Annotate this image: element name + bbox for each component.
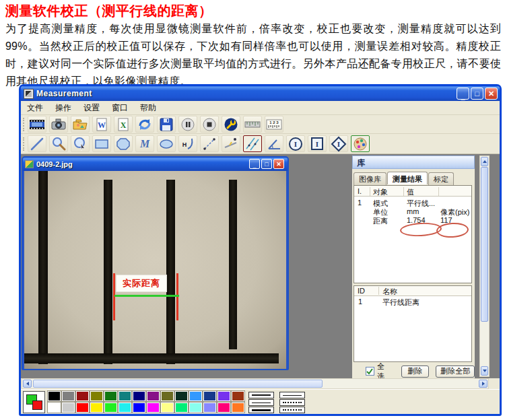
color-palette-tool-button[interactable] [351, 135, 370, 152]
line-style-solid-button[interactable] [279, 392, 305, 398]
scroll-up-button[interactable] [481, 157, 488, 166]
color-swatch[interactable] [161, 391, 174, 401]
vertical-scrollbar[interactable] [479, 155, 490, 377]
export-word-button[interactable]: W [92, 116, 111, 133]
color-swatch[interactable] [147, 391, 160, 401]
video-film-button[interactable] [28, 116, 46, 133]
menu-help[interactable]: 帮助 [134, 101, 162, 115]
ruler-button[interactable] [243, 116, 262, 133]
color-swatch[interactable] [189, 403, 202, 413]
color-swatch[interactable] [62, 403, 75, 413]
angle-tool-button[interactable] [265, 135, 283, 152]
tab-measure-results[interactable]: 测量结果 [387, 172, 428, 184]
color-swatch[interactable] [90, 403, 103, 413]
minimize-button[interactable]: _ [457, 88, 469, 100]
horizontal-scroll-thumb[interactable] [33, 380, 323, 388]
tab-calibration[interactable]: 标定 [428, 172, 454, 185]
color-swatch[interactable] [232, 391, 244, 401]
parallel-lines-tool-button[interactable] [243, 135, 262, 152]
color-swatch[interactable] [175, 391, 188, 401]
toolbar-grip[interactable] [23, 118, 25, 131]
rectangle-tool-button[interactable] [92, 135, 111, 152]
square-measure-tool-button[interactable]: I [308, 135, 327, 152]
scale-123-button[interactable]: 1 2 3 [265, 116, 283, 133]
diamond-measure-tool-button[interactable]: I [329, 135, 348, 152]
horizontal-scrollbar[interactable] [22, 378, 489, 389]
table-row[interactable]: 1 平行线距离 [354, 298, 471, 307]
image-minimize-button[interactable]: _ [249, 159, 260, 169]
app-titlebar[interactable]: Measurement _ □ ✕ [21, 86, 500, 101]
color-swatch[interactable] [104, 403, 117, 413]
scroll-right-button[interactable] [479, 380, 487, 388]
open-image-button[interactable] [71, 116, 90, 133]
color-swatch[interactable] [203, 391, 216, 401]
result-table[interactable]: I. 对象 值 1 模式 平行线... 单位 mm 像素(pix) [354, 185, 472, 283]
color-swatch[interactable] [90, 391, 103, 401]
parallel-lines-icon [244, 136, 261, 152]
color-swatch[interactable] [133, 403, 145, 413]
stop-button[interactable] [200, 116, 219, 133]
color-swatch[interactable] [217, 391, 230, 401]
maximize-button[interactable]: □ [471, 88, 483, 100]
line-width-thin-button[interactable] [248, 399, 274, 406]
export-excel-button[interactable]: X [114, 116, 133, 133]
camera-capture-button[interactable] [49, 116, 68, 133]
name-table[interactable]: ID 名称 1 平行线距离 [354, 285, 472, 362]
circle-diameter-tool-button[interactable]: I [286, 135, 305, 152]
curve-tool-button[interactable]: M [135, 135, 154, 152]
color-swatch[interactable] [232, 403, 244, 413]
close-button[interactable]: ✕ [485, 88, 498, 100]
color-swatch[interactable] [48, 403, 61, 413]
refresh-button[interactable] [135, 116, 154, 133]
line-style-dashdot-button[interactable] [279, 399, 305, 406]
library-panel-caption[interactable]: 库 [352, 155, 475, 169]
line-width-medium-button[interactable] [248, 392, 274, 398]
color-swatch[interactable] [217, 403, 230, 413]
color-swatch[interactable] [119, 403, 131, 413]
foreground-background-chip[interactable] [23, 391, 45, 413]
color-swatch[interactable] [147, 403, 160, 413]
image-maximize-button[interactable]: □ [261, 159, 272, 169]
select-all-checkbox[interactable] [366, 367, 374, 376]
line-style-dotted-button[interactable] [279, 407, 305, 413]
scroll-down-button[interactable] [481, 366, 488, 376]
color-swatch[interactable] [48, 391, 61, 401]
circle-select-tool-button[interactable] [71, 135, 90, 152]
menu-settings[interactable]: 设置 [77, 101, 106, 115]
color-swatch[interactable] [76, 391, 89, 401]
menu-operation[interactable]: 操作 [49, 101, 77, 115]
point-line-tool-button[interactable] [222, 135, 240, 152]
color-swatch[interactable] [119, 391, 131, 401]
menu-window[interactable]: 窗口 [106, 101, 134, 115]
zoom-tool-button[interactable] [49, 135, 68, 152]
delete-all-button[interactable]: 删除全部 [436, 365, 475, 378]
color-swatch[interactable] [203, 403, 216, 413]
image-window-titlebar[interactable]: 0409-2.jpg _ □ ✕ [23, 158, 288, 171]
arc-tool-button[interactable]: H [178, 135, 197, 152]
settings-wrench-button[interactable] [222, 116, 240, 133]
image-close-button[interactable]: ✕ [273, 159, 284, 169]
color-swatch[interactable] [175, 403, 188, 413]
delete-button[interactable]: 删除 [401, 365, 430, 378]
toolbar-grip-2[interactable] [23, 137, 25, 151]
line-width-thick-button[interactable] [248, 407, 274, 413]
save-button[interactable] [157, 116, 176, 133]
menu-file[interactable]: 文件 [21, 101, 49, 115]
polygon-tool-button[interactable] [114, 135, 133, 152]
scroll-left-button[interactable] [23, 380, 32, 388]
color-swatch[interactable] [76, 403, 89, 413]
floppy-disk-icon [158, 117, 174, 132]
microscope-image-canvas[interactable]: 实际距离 [24, 171, 286, 369]
distance-tool-button[interactable] [200, 135, 219, 152]
pause-button[interactable] [178, 116, 197, 133]
color-swatch[interactable] [161, 403, 174, 413]
color-swatch[interactable] [189, 391, 202, 401]
line-tool-button[interactable] [28, 135, 46, 152]
color-swatch[interactable] [104, 391, 117, 401]
svg-text:W: W [98, 120, 106, 130]
ellipse-tool-button[interactable] [157, 135, 176, 152]
tab-image-library[interactable]: 图像库 [354, 172, 386, 185]
color-swatch[interactable] [62, 391, 75, 401]
color-swatch[interactable] [133, 391, 145, 401]
vertical-scroll-thumb[interactable] [481, 167, 488, 322]
